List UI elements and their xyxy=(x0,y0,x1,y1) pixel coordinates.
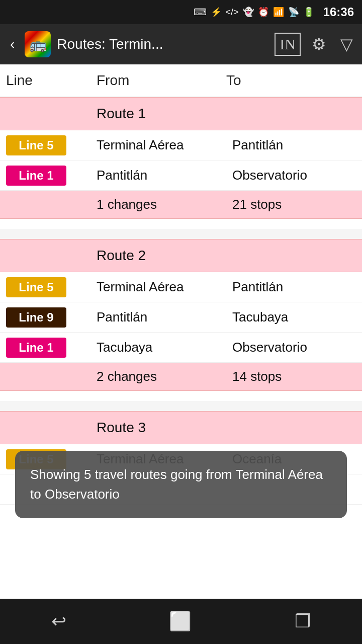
dev-icon: ⌨ xyxy=(194,7,207,18)
route2-seg2-badge: Line 9 xyxy=(6,307,66,328)
settings-button[interactable]: ⚙ xyxy=(309,32,329,57)
status-icons: ⌨ ⚡ </> 👻 ⏰ 📶 📡 🔋 xyxy=(194,7,314,18)
route1-segment-2: Line 1 Pantitlán Observatorio xyxy=(0,160,362,191)
route1-seg1-from: Terminal Aérea xyxy=(90,133,226,157)
route1-seg2-badge-cell: Line 1 xyxy=(0,162,90,190)
route2-seg1-badge: Line 5 xyxy=(6,277,66,297)
route1-segment-1: Line 5 Terminal Aérea Pantitlán xyxy=(0,130,362,160)
table-header: Line From To xyxy=(0,64,362,97)
route2-seg2-to: Tacubaya xyxy=(226,305,362,329)
route2-line-empty xyxy=(0,239,90,272)
route2-segment-2: Line 9 Pantitlán Tacubaya xyxy=(0,302,362,333)
nav-bar: ↩ ⬜ ❒ xyxy=(0,599,362,644)
route2-seg3-badge-cell: Line 1 xyxy=(0,334,90,362)
route1-header: Route 1 xyxy=(0,97,362,130)
toast-text: Showing 5 travel routes going from Termi… xyxy=(30,467,323,502)
nav-home-button[interactable]: ⬜ xyxy=(157,605,204,638)
route1-seg2-from: Pantitlán xyxy=(90,164,226,187)
ghost-icon: 👻 xyxy=(243,7,254,18)
route2-stops: 14 stops xyxy=(226,365,362,388)
route2-segment-3: Line 1 Tacubaya Observatorio xyxy=(0,333,362,363)
routes-content: Route 1 Line 5 Terminal Aérea Pantitlán … xyxy=(0,97,362,599)
route2-changes: 2 changes xyxy=(90,365,226,388)
route1-to-empty xyxy=(226,98,362,130)
route1-summary-empty xyxy=(0,201,90,209)
route2-summary-empty xyxy=(0,373,90,381)
route-block-1: Route 1 Line 5 Terminal Aérea Pantitlán … xyxy=(0,97,362,219)
nav-recent-button[interactable]: ❒ xyxy=(283,605,323,638)
header-from: From xyxy=(97,72,226,89)
route2-name: Route 2 xyxy=(90,239,226,272)
route2-seg3-to: Observatorio xyxy=(226,336,362,359)
usb-icon: ⚡ xyxy=(211,7,222,18)
signal-icon: 📡 xyxy=(288,7,299,18)
route3-to-empty xyxy=(226,412,362,444)
route1-stops: 21 stops xyxy=(226,193,362,216)
route1-seg2-badge: Line 1 xyxy=(6,166,66,186)
status-time: 16:36 xyxy=(323,5,354,19)
route1-summary: 1 changes 21 stops xyxy=(0,191,362,219)
route2-segment-1: Line 5 Terminal Aérea Pantitlán xyxy=(0,272,362,302)
header-to: To xyxy=(226,72,356,89)
route3-name: Route 3 xyxy=(90,412,226,444)
back-button[interactable]: ‹ xyxy=(6,32,19,56)
app-title: Routes: Termin... xyxy=(57,36,268,52)
route-block-2: Route 2 Line 5 Terminal Aérea Pantitlán … xyxy=(0,239,362,391)
spacer-1 xyxy=(0,229,362,239)
route2-header: Route 2 xyxy=(0,239,362,272)
route3-header: Route 3 xyxy=(0,411,362,444)
route2-seg2-from: Pantitlán xyxy=(90,305,226,329)
route2-seg1-to: Pantitlán xyxy=(226,275,362,299)
route1-seg1-badge-cell: Line 5 xyxy=(0,131,90,159)
route2-to-empty xyxy=(226,239,362,272)
route1-seg1-badge: Line 5 xyxy=(6,135,66,155)
wifi-icon: 📶 xyxy=(273,7,284,18)
font-button[interactable]: IN xyxy=(275,33,301,56)
code-icon: </> xyxy=(226,7,239,18)
route1-changes: 1 changes xyxy=(90,193,226,216)
route2-seg2-badge-cell: Line 9 xyxy=(0,303,90,332)
route3-line-empty xyxy=(0,412,90,444)
route1-name: Route 1 xyxy=(90,98,226,130)
route2-seg1-badge-cell: Line 5 xyxy=(0,273,90,301)
nav-back-button[interactable]: ↩ xyxy=(39,605,78,638)
route1-line-empty xyxy=(0,98,90,130)
route2-seg1-from: Terminal Aérea xyxy=(90,275,226,299)
route2-summary: 2 changes 14 stops xyxy=(0,363,362,391)
spacer-2 xyxy=(0,401,362,411)
filter-button[interactable]: ▽ xyxy=(337,32,356,57)
route1-seg1-to: Pantitlán xyxy=(226,133,362,157)
alarm-icon: ⏰ xyxy=(258,7,269,18)
status-bar: ⌨ ⚡ </> 👻 ⏰ 📶 📡 🔋 16:36 xyxy=(0,0,362,24)
route2-seg3-badge: Line 1 xyxy=(6,338,66,358)
app-icon: 🚌 xyxy=(25,31,51,57)
header-line: Line xyxy=(6,72,97,89)
toast-message: Showing 5 travel routes going from Termi… xyxy=(15,451,347,518)
route1-seg2-to: Observatorio xyxy=(226,164,362,187)
battery-icon: 🔋 xyxy=(303,7,314,18)
app-bar-actions: IN ⚙ ▽ xyxy=(275,32,356,57)
app-bar: ‹ 🚌 Routes: Termin... IN ⚙ ▽ xyxy=(0,24,362,64)
route2-seg3-from: Tacubaya xyxy=(90,336,226,359)
